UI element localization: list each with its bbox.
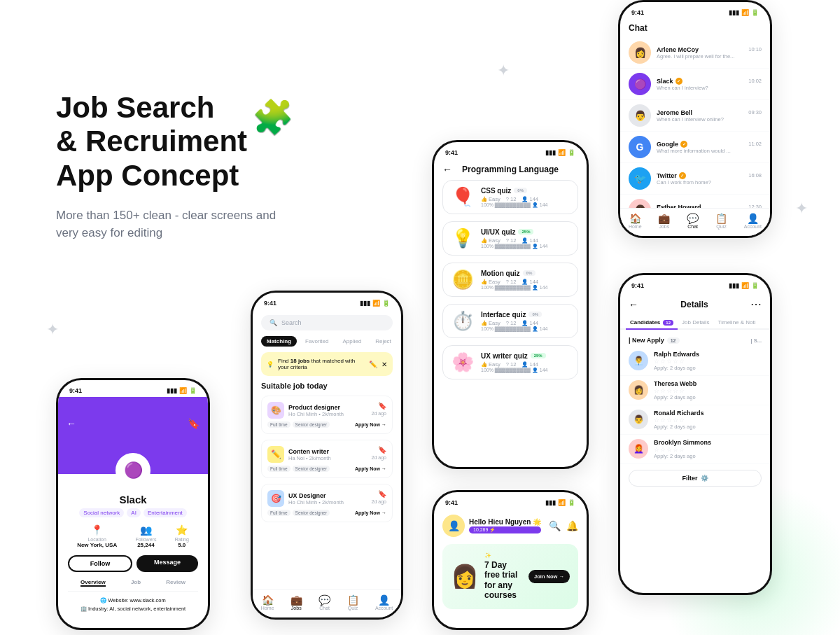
job-time-2: 2d ago [372, 455, 386, 460]
job-title-1: Product designer [288, 404, 344, 411]
apply-btn-2[interactable]: Apply Now → [355, 466, 386, 471]
bookmark-icon-1[interactable]: 🔖 [378, 402, 386, 410]
trial-sparkle: ✨ [484, 552, 523, 559]
details-back-icon[interactable]: ← [629, 299, 638, 310]
quiz-item-uxwriter[interactable]: 🌸 UX writer quiz 25% 👍 Easy ? 12 👤 144 1… [442, 345, 578, 379]
chat-nav-chat[interactable]: 💬Chat [687, 213, 699, 229]
filter-button[interactable]: Filter ⚙️ [629, 470, 762, 487]
job-location-3: Ho Chi Minh • 2k/month [288, 499, 344, 505]
chat-screen-title: Chat [620, 19, 770, 37]
chat-time-jerome: 09:30 [748, 109, 762, 116]
chat-status-bar: 9:41 ▮▮▮ 📶 🔋 [620, 2, 770, 19]
hello-signal-icon: ▮▮▮ [545, 499, 556, 506]
quiz-item-uiux[interactable]: 💡 UI/UX quiz 25% 👍 Easy ? 12 👤 144 100% … [442, 221, 578, 256]
quiz-back-icon[interactable]: ← [442, 164, 452, 175]
job-location-1: Ho Chi Minh • 2k/month [288, 411, 344, 417]
tab-overview[interactable]: Overview [80, 579, 106, 587]
difficulty-interface: 👍 Easy [481, 320, 500, 326]
quiz-name-uiux: UI/UX quiz 25% [481, 228, 570, 236]
chat-nav-home[interactable]: 🏠Home [629, 213, 642, 229]
company-info: 🌐 Website: www.slack.com 🏢 Industry: AI,… [68, 597, 198, 612]
follow-button[interactable]: Follow [68, 555, 132, 572]
chat-battery-icon: 🔋 [751, 9, 759, 16]
job-card-1[interactable]: 🎨 Product designer Ho Chi Minh • 2k/mont… [261, 396, 393, 434]
nav-chat[interactable]: 💬Chat [318, 594, 330, 610]
job-type-2: Full time [267, 466, 290, 472]
chat-time-google: 11:02 [748, 141, 762, 147]
bookmark-icon-3[interactable]: 🔖 [378, 490, 386, 498]
chat-item-jerome[interactable]: 👨 Jerome Bell 09:30 When can I interview… [620, 100, 770, 132]
back-icon[interactable]: ← [66, 418, 76, 429]
industry-label: Industry: [88, 606, 108, 612]
hello-greeting: Hello Hieu Nguyen 🌟 [469, 518, 541, 526]
nav-jobs[interactable]: 💼Jobs [290, 594, 302, 610]
matching-banner: 💡 Find 18 jobs that matched with your cr… [261, 352, 393, 376]
job-logo-1: 🎨 [267, 402, 284, 419]
join-now-button[interactable]: Join Now → [528, 570, 570, 583]
details-more-icon[interactable]: ⋯ [750, 298, 762, 311]
edit-icon[interactable]: ✏️ [369, 361, 377, 368]
chat-bottom-nav: 🏠Home 💼Jobs 💬Chat 📋Quiz 👤Account [620, 208, 770, 236]
message-button[interactable]: Message [136, 555, 198, 572]
job-card-top-1: 🎨 Product designer Ho Chi Minh • 2k/mont… [267, 402, 386, 419]
tab-matching[interactable]: Matching [261, 336, 297, 347]
chat-name-slack: Slack ✓ [657, 78, 682, 85]
chat-nav-account[interactable]: 👤Account [744, 213, 762, 229]
tab-applied[interactable]: Applied [337, 336, 367, 347]
nav-quiz[interactable]: 📋Quiz [347, 594, 359, 610]
chat-nav-jobs[interactable]: 💼Jobs [658, 213, 670, 229]
candidate-info-brooklyn: Brooklyn Simmons ☆☆☆☆☆ Apply: 2 days ago [654, 439, 762, 459]
quiz-item-css[interactable]: 🎈 CSS quiz 0% 👍 Easy ? 12 👤 144 100% ▓▓▓… [442, 180, 578, 214]
tab-review[interactable]: Review [166, 579, 186, 587]
bookmark-icon[interactable]: 🔖 [188, 418, 200, 429]
chat-nav-quiz[interactable]: 📋Quiz [715, 213, 727, 229]
quiz-item-interface[interactable]: ⏱️ Interface quiz 0% 👍 Easy ? 12 👤 144 1… [442, 304, 578, 338]
bookmark-icon-2[interactable]: 🔖 [378, 446, 386, 454]
new-apply-count: 12 [667, 337, 680, 344]
nav-account[interactable]: 👤Account [375, 594, 393, 610]
trial-banner[interactable]: 👩 ✨ 7 Day free trialfor any courses Join… [442, 544, 578, 609]
quiz-title: Programming Language [462, 165, 559, 174]
tab-candidates[interactable]: Candidates 12 [626, 316, 678, 330]
job-card-3[interactable]: 🎯 UX Designer Ho Chi Minh • 2k/month 🔖 2… [261, 484, 393, 522]
jobs-icon: 💼 [290, 594, 302, 606]
chat-item-twitter[interactable]: 🐦 Twitter ✓ 16:08 Can I work from home? [620, 163, 770, 195]
star-icon: ⭐ [175, 524, 189, 536]
progress-uiux: 100% ▓▓▓▓▓▓▓▓▓▓ 👤 144 [481, 244, 570, 249]
chat-item-google[interactable]: G Google ✓ 11:02 What more information w… [620, 132, 770, 163]
candidate-brooklyn[interactable]: 👩‍🦰 Brooklyn Simmons ☆☆☆☆☆ Apply: 2 days… [620, 435, 770, 464]
chat-item-slack[interactable]: 🟣 Slack ✓ 10:02 When can I interview? [620, 69, 770, 100]
job-card-2[interactable]: ✏️ Conten writer Ha Noi • 2k/month 🔖 2d … [261, 440, 393, 478]
details-header: ← Details ⋯ [620, 292, 770, 316]
search-action-icon[interactable]: 🔍 [549, 520, 561, 531]
sparkle-icon-2: ✦ [46, 321, 59, 339]
job-search-input[interactable]: 🔍 Search [261, 315, 393, 330]
jobs-filter-tabs: Matching Favorited Applied Reject [253, 336, 401, 347]
hello-battery-icon: 🔋 [568, 499, 575, 506]
job-time-1: 2d ago [372, 411, 386, 416]
quiz-status-bar: 9:41 ▮▮▮ 📶 🔋 [434, 142, 587, 159]
candidate-ronald[interactable]: 👨 Ronald Richards ☆☆☆☆☆ Apply: 2 days ag… [620, 405, 770, 435]
quiz-item-motion[interactable]: 🪙 Motion quiz 0% 👍 Easy ? 12 👤 144 100% … [442, 263, 578, 297]
apply-btn-1[interactable]: Apply Now → [355, 422, 386, 427]
bell-action-icon[interactable]: 🔔 [566, 520, 578, 531]
chat-item-arlene[interactable]: 👩 Arlene McCoy 10:10 Agree. I will prepa… [620, 37, 770, 69]
tab-job-details[interactable]: Job Details [678, 316, 714, 328]
candidate-apply-ralph: Apply: 2 days ago [654, 365, 762, 371]
details-status-icons: ▮▮▮ 📶 🔋 [729, 282, 759, 289]
candidate-theresa[interactable]: 👩 Theresa Webb ☆☆☆☆☆ Apply: 2 days ago [620, 376, 770, 405]
quiz-status-time: 9:41 [445, 149, 458, 156]
candidate-name-theresa: Theresa Webb [654, 380, 762, 387]
apply-btn-3[interactable]: Apply Now → [355, 510, 386, 515]
tab-reject[interactable]: Reject [370, 336, 397, 347]
candidate-ralph[interactable]: 👨‍💼 Ralph Edwards ☆☆☆☆☆ Apply: 2 days ag… [620, 347, 770, 376]
hello-status-bar: 9:41 ▮▮▮ 📶 🔋 [434, 492, 587, 509]
see-all[interactable]: | S... [751, 337, 762, 344]
tab-favorited[interactable]: Favorited [300, 336, 334, 347]
nav-home[interactable]: 🏠Home [261, 594, 274, 610]
close-icon[interactable]: ✕ [382, 361, 387, 368]
tab-timeline[interactable]: Timeline & Noti [714, 316, 760, 328]
tab-job[interactable]: Job [131, 579, 141, 587]
hello-name-block: Hello Hieu Nguyen 🌟 10,289 ⚡ [469, 518, 541, 533]
status-time: 9:41 [69, 387, 82, 394]
